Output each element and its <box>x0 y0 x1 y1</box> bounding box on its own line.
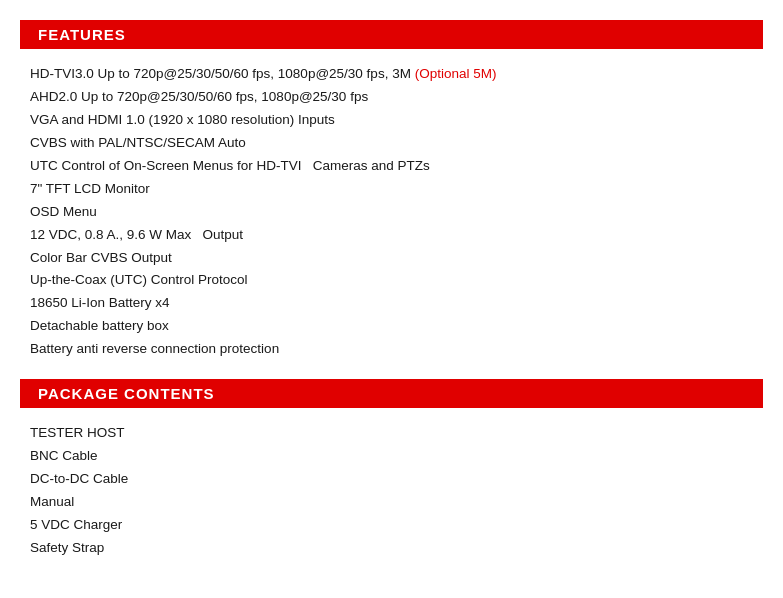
optional-label: (Optional 5M) <box>415 66 497 81</box>
list-item: 5 VDC Charger <box>30 514 753 537</box>
list-item: CVBS with PAL/NTSC/SECAM Auto <box>30 132 753 155</box>
list-item: AHD2.0 Up to 720p@25/30/50/60 fps, 1080p… <box>30 86 753 109</box>
list-item: 12 VDC, 0.8 A., 9.6 W Max Output <box>30 224 753 247</box>
section-header-package-contents: PACKAGE CONTENTS <box>20 379 763 408</box>
list-item: 7" TFT LCD Monitor <box>30 178 753 201</box>
list-item: VGA and HDMI 1.0 (1920 x 1080 resolution… <box>30 109 753 132</box>
list-item: Manual <box>30 491 753 514</box>
list-item: TESTER HOST <box>30 422 753 445</box>
list-item: Detachable battery box <box>30 315 753 338</box>
list-item: Up-the-Coax (UTC) Control Protocol <box>30 269 753 292</box>
list-item: HD-TVI3.0 Up to 720p@25/30/50/60 fps, 10… <box>30 63 753 86</box>
section-header-features: FEATURES <box>20 20 763 49</box>
list-item: Color Bar CVBS Output <box>30 247 753 270</box>
list-item: DC-to-DC Cable <box>30 468 753 491</box>
page: FEATURESHD-TVI3.0 Up to 720p@25/30/50/60… <box>0 0 783 598</box>
feature-list-features: HD-TVI3.0 Up to 720p@25/30/50/60 fps, 10… <box>0 59 783 369</box>
list-item: 18650 Li-Ion Battery x4 <box>30 292 753 315</box>
list-item: Safety Strap <box>30 537 753 560</box>
list-item: Battery anti reverse connection protecti… <box>30 338 753 361</box>
feature-list-package-contents: TESTER HOSTBNC CableDC-to-DC CableManual… <box>0 418 783 568</box>
list-item: BNC Cable <box>30 445 753 468</box>
list-item: UTC Control of On-Screen Menus for HD-TV… <box>30 155 753 178</box>
list-item: OSD Menu <box>30 201 753 224</box>
